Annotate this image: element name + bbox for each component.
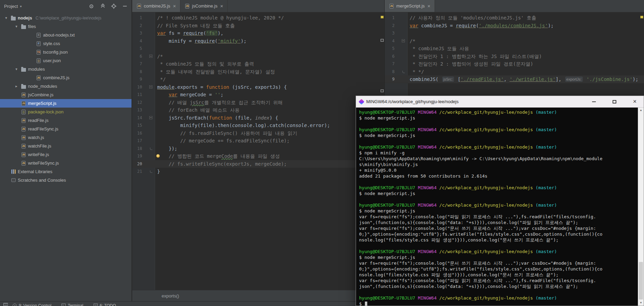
tree-item-node-modules[interactable]: ▸node_modules bbox=[0, 82, 132, 91]
code-line[interactable]: 10module.exports = function (jsSrc, expo… bbox=[132, 83, 384, 91]
code-line[interactable]: 9 */ bbox=[132, 75, 384, 83]
tree-item-nodejs[interactable]: ▾nodejsC:\workplace_git\hyungju-lee\node… bbox=[0, 14, 132, 22]
code-line[interactable]: 8 * */ bbox=[385, 68, 644, 76]
tree-item-about-nodejs-txt[interactable]: about-nodejs.txt bbox=[0, 31, 132, 39]
terminal-titlebar[interactable]: MINGW64:/c/workplace_git/hyungju-lee/nod… bbox=[356, 96, 644, 108]
status-item-vc[interactable]: 9: Version Control bbox=[13, 303, 51, 306]
code-line[interactable]: 14 jsSrc.forEach(function (file, index) … bbox=[132, 114, 384, 122]
fold-marker[interactable] bbox=[149, 55, 152, 58]
line-number: 1 bbox=[132, 14, 155, 22]
left-editor-body[interactable]: 1/* ! combineJS module @ hyungju-lee, 20… bbox=[132, 12, 384, 290]
code-line[interactable]: 16 // fs.readFileSync() 사용하여 파일 내용 읽기 bbox=[132, 129, 384, 137]
close-icon[interactable]: × bbox=[427, 3, 430, 9]
tree-item-combinejs-js[interactable]: combineJS.js bbox=[0, 73, 132, 82]
tree-item-writefile-js[interactable]: writeFile.js bbox=[0, 150, 132, 159]
fold-marker[interactable] bbox=[402, 39, 405, 42]
tree-item-package-lock-json[interactable]: package-lock.json bbox=[0, 108, 132, 116]
scrollbar-thumb[interactable] bbox=[639, 262, 643, 300]
code-line[interactable]: 20 // fs.writeFileSync(exportJs, mergeCo… bbox=[132, 160, 384, 168]
code-line[interactable]: 6/* bbox=[132, 53, 384, 60]
code-line[interactable]: 8 * 모듈 내부에 전달받을 인자(배열, 문자열) 설정 bbox=[132, 68, 384, 76]
tree-item-tsconfig-json[interactable]: tsconfig.json bbox=[0, 48, 132, 56]
fold-marker[interactable] bbox=[150, 170, 152, 173]
warning-mark[interactable] bbox=[640, 16, 643, 18]
chevron-down-icon[interactable]: ▾ bbox=[20, 4, 22, 8]
code-line[interactable]: 19 // 병합된 코드 mergeCode를 내용을 파일 생성 bbox=[132, 152, 384, 160]
intention-bulb-icon[interactable] bbox=[156, 154, 160, 158]
tree-item-mergescript-js[interactable]: mergeScript.js bbox=[0, 99, 132, 108]
tab-jscombine-js[interactable]: jsCombine.js× bbox=[180, 0, 228, 12]
code-line[interactable]: 15 minify(file).then(console.log).catch(… bbox=[132, 122, 384, 129]
line-number: 7 bbox=[385, 60, 408, 68]
code-text bbox=[408, 29, 644, 37]
close-icon[interactable]: × bbox=[220, 3, 223, 9]
code-line[interactable]: 17 // mergeCode += fs.readFileSync(file)… bbox=[132, 137, 384, 145]
code-line[interactable]: 11 var mergeCode = ''; bbox=[132, 91, 384, 99]
code-line[interactable]: 7 * 전달인자 2 : 병합되어 생성된 파일 경로(문자열) bbox=[385, 60, 644, 68]
fold-marker[interactable] bbox=[149, 85, 152, 88]
status-item-todo[interactable]: 6: TODO bbox=[94, 303, 116, 306]
tab-combinejs-js[interactable]: combineJS.js× bbox=[132, 0, 180, 12]
code-line[interactable]: 4/* bbox=[385, 37, 644, 45]
code-line[interactable]: 12 // 배열 jsSrc를 개별적으로 접근 조작하기 위해 bbox=[132, 99, 384, 107]
tree-item-readfilesync-js[interactable]: readFileSync.js bbox=[0, 125, 132, 133]
scroll-down-icon[interactable]: ▼ bbox=[638, 300, 644, 306]
tree-item-user-json[interactable]: user.json bbox=[0, 56, 132, 65]
locate-icon[interactable] bbox=[90, 4, 93, 8]
close-button[interactable]: × bbox=[626, 96, 644, 108]
code-line[interactable]: 9combineJS( jsSrc: ['./readFile.js', './… bbox=[385, 75, 644, 83]
tree-item-label: jsCombine.js bbox=[28, 92, 53, 97]
minimize-button[interactable] bbox=[585, 96, 603, 108]
scroll-up-icon[interactable]: ▲ bbox=[638, 108, 644, 113]
code-line[interactable]: 21} bbox=[132, 168, 384, 176]
stripe-mark[interactable] bbox=[381, 39, 384, 42]
tab-mergescript-js[interactable]: mergeScript.js× bbox=[385, 0, 435, 12]
tree-item-jscombine-js[interactable]: jsCombine.js bbox=[0, 91, 132, 99]
tree-item-scratches-and-consoles[interactable]: Scratches and Consoles bbox=[0, 176, 132, 184]
tree-item-external-libraries[interactable]: External Libraries bbox=[0, 167, 132, 176]
tree-item-style-css[interactable]: style.css bbox=[0, 39, 132, 48]
folder-icon bbox=[21, 24, 26, 29]
tree-item-readfile-js[interactable]: readFile.js bbox=[0, 116, 132, 125]
code-line[interactable]: 7 * combineJS 모듈 정의 및 외부로 출력 bbox=[132, 60, 384, 68]
tree-item-watchfile-js[interactable]: watchFile.js bbox=[0, 142, 132, 150]
code-line[interactable]: 2// File System 내장 모듈 호출 bbox=[132, 22, 384, 30]
status-item-terminal[interactable]: Terminal bbox=[61, 303, 83, 306]
warning-mark[interactable] bbox=[381, 16, 384, 18]
fold-marker[interactable] bbox=[402, 71, 405, 73]
collapse-all-icon[interactable] bbox=[101, 4, 105, 8]
tree-item-watch-js[interactable]: watch.js bbox=[0, 133, 132, 142]
code-line[interactable]: 4 minify = require('minify'); bbox=[132, 37, 384, 45]
code-text: combineJS( jsSrc: ['./readFile.js', './w… bbox=[408, 75, 644, 83]
hide-panel-icon[interactable] bbox=[123, 6, 127, 6]
tree-item-files[interactable]: ▾files bbox=[0, 22, 132, 31]
code-line[interactable]: 1// 사용자 정의 모듈 'modules/combineJS.js' 호출 bbox=[385, 14, 644, 22]
fold-marker[interactable] bbox=[150, 148, 152, 150]
terminal-line: var fs=require("fs");console.log("파일 읽기 … bbox=[359, 278, 638, 283]
terminal-scrollbar[interactable]: ▲ ▼ bbox=[638, 108, 644, 306]
code-line[interactable]: 5 bbox=[132, 45, 384, 53]
maximize-button[interactable] bbox=[605, 96, 623, 108]
right-editor-code[interactable]: 1// 사용자 정의 모듈 'modules/combineJS.js' 호출2… bbox=[385, 14, 644, 83]
ide-window: Project ▾ ▾nodejsC:\workplace_git\hyungj… bbox=[0, 0, 644, 306]
fold-marker[interactable] bbox=[149, 116, 152, 119]
tree-item-modules[interactable]: ▾modules bbox=[0, 65, 132, 73]
terminal-line: hyung@DESKTOP-U7BJLU7 MINGW64 /c/workpla… bbox=[359, 249, 638, 254]
code-line[interactable]: 3var fs = require('fs'), bbox=[132, 29, 384, 37]
code-line[interactable]: 13 // forEach 배열 메소드 사용 bbox=[132, 106, 384, 114]
terminal-output[interactable]: hyung@DESKTOP-U7BJLU7 MINGW64 /c/workpla… bbox=[356, 108, 638, 306]
code-line[interactable]: 3 bbox=[385, 29, 644, 37]
code-line[interactable]: 5 * combineJS 모듈 사용 bbox=[385, 45, 644, 53]
tool-window-switcher-icon[interactable] bbox=[3, 303, 8, 306]
code-line[interactable]: 1/* ! combineJS module @ hyungju-lee, 20… bbox=[132, 14, 384, 22]
left-editor-code[interactable]: 1/* ! combineJS module @ hyungju-lee, 20… bbox=[132, 14, 384, 176]
settings-gear-icon[interactable] bbox=[112, 4, 115, 8]
code-line[interactable]: 6 * 전달인자 1 : 병합하고자 하는 JS 파일 리스트(배열) bbox=[385, 53, 644, 60]
code-line[interactable]: 18 }); bbox=[132, 145, 384, 153]
stripe-mark[interactable] bbox=[381, 89, 384, 92]
breadcrumb[interactable]: exports() bbox=[162, 293, 179, 298]
tree-item-writefilesync-js[interactable]: writeFileSync.js bbox=[0, 159, 132, 167]
project-panel-title[interactable]: Project bbox=[4, 4, 18, 9]
close-icon[interactable]: × bbox=[173, 3, 176, 9]
code-line[interactable]: 2var combineJS = require('./modules/comb… bbox=[385, 22, 644, 30]
